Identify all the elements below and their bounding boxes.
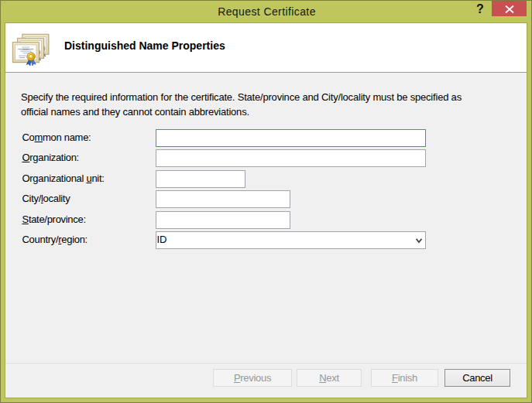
finish-button[interactable]: Finish (371, 369, 438, 387)
state-province-label: State/province: (22, 211, 86, 229)
help-button[interactable]: ? (470, 0, 490, 19)
window-title: Request Certificate (2, 4, 531, 19)
form-row-city-locality: City/locality (5, 190, 527, 208)
request-certificate-dialog: Request Certificate ? (0, 0, 532, 403)
state-province-input[interactable] (156, 211, 290, 229)
close-button[interactable] (492, 1, 527, 16)
country-region-select[interactable]: ID (156, 231, 426, 249)
page-title: Distinguished Name Properties (64, 38, 225, 53)
next-button[interactable]: Next (297, 369, 362, 387)
instructions-text: Specify the required information for the… (21, 90, 462, 120)
organizational-unit-input[interactable] (156, 170, 245, 188)
city-locality-label: City/locality (22, 190, 70, 208)
titlebar[interactable]: Request Certificate ? (1, 1, 531, 23)
form-row-state-province: State/province: (5, 211, 527, 229)
form-row-country-region: Country/region: ID (5, 231, 527, 249)
form-row-common-name: Common name: (5, 129, 527, 147)
certificates-icon (12, 33, 50, 67)
close-icon (505, 5, 514, 13)
organization-label: Organization: (22, 149, 79, 167)
organization-input[interactable] (156, 149, 426, 167)
cancel-button[interactable]: Cancel (444, 369, 510, 387)
chevron-down-icon (416, 238, 422, 244)
footer-separator (5, 363, 527, 364)
city-locality-input[interactable] (156, 190, 290, 208)
organizational-unit-label: Organizational unit: (22, 170, 105, 188)
country-region-value: ID (157, 232, 167, 248)
form-row-organizational-unit: Organizational unit: (5, 170, 527, 188)
form-row-organization: Organization: (5, 149, 527, 167)
help-icon: ? (476, 2, 484, 15)
country-region-label: Country/region: (22, 231, 88, 249)
dialog-content: Distinguished Name Properties Specify th… (5, 23, 527, 398)
common-name-input[interactable] (156, 129, 426, 147)
common-name-label: Common name: (22, 129, 91, 147)
previous-button[interactable]: Previous (213, 369, 292, 387)
wizard-header: Distinguished Name Properties (5, 23, 527, 73)
